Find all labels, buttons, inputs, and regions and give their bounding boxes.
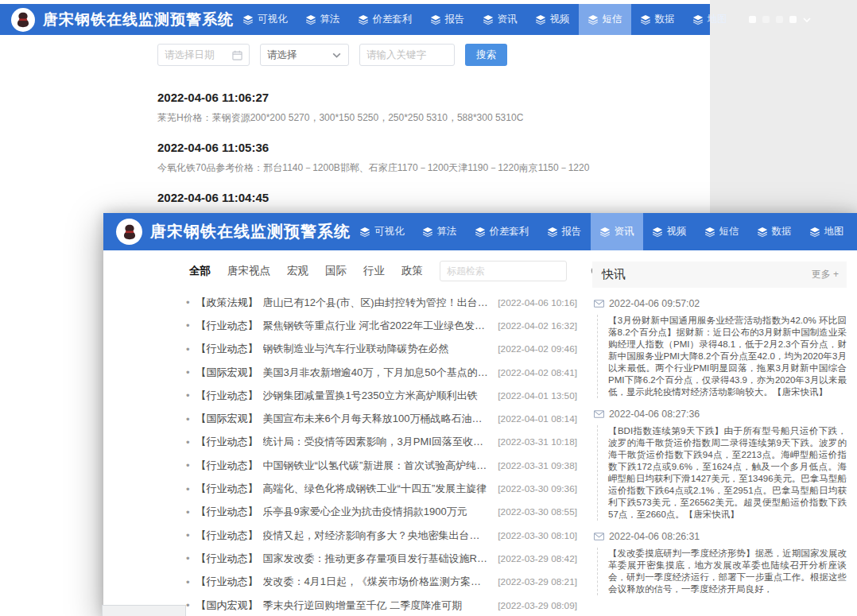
layers-icon (422, 227, 433, 238)
search-button[interactable]: 搜索 (465, 44, 507, 66)
news-list: • 【政策法规】 唐山已有12个县(市、区)由封控转为管控！出台18条支持… [… (186, 291, 577, 616)
nav-item[interactable]: 可视化 (234, 4, 297, 35)
nav-item[interactable]: 地图 (684, 4, 736, 35)
nav-item-label: 短信 (719, 225, 739, 238)
nav-item[interactable]: 短信 (579, 4, 631, 35)
news-date: [2022-04-06 10:16] (490, 297, 577, 308)
layers-icon (757, 227, 768, 238)
layers-icon (358, 14, 369, 25)
flash-item[interactable]: 2022-04-06 09:57:02 【3月份财新中国通用服务业经营活动指数为… (592, 298, 847, 398)
nav-item[interactable]: 短信 (696, 213, 748, 250)
badge-icon (762, 16, 770, 23)
title-search-input[interactable] (440, 261, 567, 281)
sms-text: 莱芜H价格：莱钢资源200*200 5270，300*150 5250，250*… (157, 111, 682, 125)
date-picker[interactable]: 请选择日期 (157, 44, 250, 66)
layers-icon (242, 14, 254, 25)
message-widget-icon[interactable] (776, 16, 783, 23)
news-row[interactable]: • 【行业动态】 乐亭县9家爱心企业为抗击疫情捐款1900万元 [2022-03… (186, 501, 577, 524)
flash-item[interactable]: 2022-04-06 08:26:31 【发改委摸底研判一季度经济形势】据悉，近… (592, 531, 847, 595)
brand-link[interactable]: 唐宋钢铁在线监测预警系统 (116, 213, 351, 250)
flash-time-row: 2022-04-06 08:26:31 (592, 531, 847, 542)
news-date: [2022-03-30 08:10] (490, 530, 577, 541)
news-row[interactable]: • 【行业动态】 疫情又起，对经济影响有多大？央地密集出台纾困措施 [2022-… (186, 524, 577, 547)
sms-message-list: 2022-04-06 11:06:27 莱芜H价格：莱钢资源200*200 52… (157, 91, 682, 225)
news-row[interactable]: • 【行业动态】 聚焦钢铁等重点行业 河北省2022年工业绿色发展工作要点 [2… (186, 314, 577, 337)
link-preview-bar (102, 605, 186, 616)
news-date: [2022-04-01 08:14] (490, 413, 577, 424)
news-category: 【国内宏观】 (196, 599, 258, 613)
flash-content: 【BDI指数连续第9天下跌】由于所有型号船只运价下跌，波罗的海干散货运价指数周二… (597, 425, 847, 521)
nav-item[interactable]: 地图 (801, 213, 853, 250)
news-row[interactable]: • 【行业动态】 国家发改委：推动更多存量项目发行基础设施REITs [2022… (186, 547, 577, 570)
news-category: 【国际宏观】 (196, 366, 258, 380)
bullet-icon: • (186, 576, 190, 588)
tab[interactable]: 国际 (325, 264, 347, 278)
news-title: 美国3月非农新增逾40万，下月加息50个基点的几率大增 (263, 366, 491, 380)
news-row[interactable]: • 【政策法规】 唐山已有12个县(市、区)由封控转为管控！出台18条支持… [… (186, 291, 577, 314)
news-title: 疫情又起，对经济影响有多大？央地密集出台纾困措施 (263, 529, 491, 543)
nav-item-label: 短信 (603, 13, 622, 26)
flash-panel: 快讯 更多 + 2022-04-06 09:57:02 (592, 262, 847, 595)
nav-item[interactable]: 算法 (297, 4, 349, 35)
news-row[interactable]: • 【行业动态】 发改委：4月1日起，《煤炭市场价格监测方案》《煤炭生… [20… (186, 571, 577, 594)
app-title: 唐宋钢铁在线监测预警系统 (150, 221, 351, 242)
tab[interactable]: 全部 (189, 264, 211, 278)
brand-link[interactable]: 唐宋钢铁在线监测预警系统 (11, 4, 234, 35)
news-row[interactable]: • 【行业动态】 钢铁制造业与汽车行业联动降碳势在必然 [2022-04-02 … (186, 338, 577, 361)
news-date: [2022-04-02 16:32] (490, 320, 577, 331)
news-title: 高端化、绿色化将成钢铁工业“十四五”发展主旋律 (263, 482, 487, 496)
nav-item-label: 价差套利 (490, 225, 529, 238)
tab[interactable]: 政策 (401, 264, 423, 278)
category-select[interactable]: 请选择 (260, 44, 349, 66)
keyword-input[interactable] (359, 44, 455, 66)
news-date: [2022-03-29 08:09] (490, 600, 577, 611)
news-category: 【行业动态】 (196, 575, 258, 589)
tab[interactable]: 行业 (363, 264, 385, 278)
desktop: 唐宋钢铁在线监测预警系统 可视化 算法 (0, 0, 857, 616)
nav-item[interactable]: 数据 (631, 4, 684, 35)
news-body: 全部 唐宋视点 宏观 国际 行业 政策 (103, 250, 857, 616)
nav-item[interactable]: 价差套利 (466, 213, 538, 250)
chevron-down-icon[interactable] (803, 16, 811, 24)
sms-content: 请选择日期 请选择 搜索 2022-04-0 (157, 44, 682, 241)
bullet-icon: • (186, 599, 190, 611)
news-row[interactable]: • 【国际宏观】 美国宣布未来6个月每天释放100万桶战略石油储备 [2022-… (186, 407, 577, 430)
news-row[interactable]: • 【行业动态】 沙钢集团减量置换1号2350立方米高炉顺利出铁 [2022-0… (186, 384, 577, 407)
nav-item-label: 可视化 (374, 225, 405, 238)
news-row[interactable]: • 【行业动态】 统计局：受疫情等因素影响，3月PMI回落至收缩区间 [2022… (186, 431, 577, 454)
user-widget-icon[interactable] (749, 16, 756, 23)
nav-item-label: 数据 (772, 225, 792, 238)
bullet-icon: • (186, 320, 190, 331)
chevron-down-icon (332, 50, 342, 60)
flash-timestamp: 2022-04-06 08:27:36 (609, 409, 700, 420)
flash-time-row: 2022-04-06 09:57:02 (592, 298, 847, 309)
nav-item[interactable]: 报告 (421, 4, 474, 35)
nav-item[interactable]: 算法 (413, 213, 466, 250)
nav-item[interactable]: 价差套利 (349, 4, 421, 35)
avatar[interactable] (789, 16, 797, 23)
sms-message: 2022-04-06 11:05:36 今氧化铁70品参考价格：邢台1140－1… (157, 141, 682, 175)
nav-item[interactable]: 可视化 (351, 213, 413, 250)
nav-item[interactable]: 数据 (748, 213, 801, 250)
news-row[interactable]: • 【行业动态】 高端化、绿色化将成钢铁工业“十四五”发展主旋律 [2022-0… (186, 477, 577, 500)
mail-icon (594, 533, 604, 540)
nav-item[interactable]: 视频 (526, 4, 579, 35)
nav-item[interactable]: 报告 (538, 213, 591, 250)
tab[interactable]: 唐宋视点 (227, 264, 270, 278)
tab[interactable]: 宏观 (287, 264, 308, 278)
nav-item-label: 算法 (320, 13, 340, 26)
sms-timestamp: 2022-04-06 11:05:36 (157, 141, 682, 154)
bullet-icon: • (186, 483, 190, 495)
news-row[interactable]: • 【国内宏观】 季末央行逆回购增量至千亿 二季度降准可期 [2022-03-2… (186, 594, 577, 616)
news-row[interactable]: • 【行业动态】 中国钢铁业“以氢代碳”新进展：首次试验高炉纯氢冶炼… [202… (186, 454, 577, 477)
nav-item[interactable]: 视频 (643, 213, 696, 250)
flash-more-link[interactable]: 更多 + (812, 268, 839, 281)
nav-item[interactable]: 资讯 (591, 213, 643, 250)
news-row[interactable]: • 【国际宏观】 美国3月非农新增逾40万，下月加息50个基点的几率大增 [20… (186, 361, 577, 384)
news-date: [2022-03-30 08:55] (490, 506, 577, 517)
news-date: [2022-03-30 09:36] (490, 483, 577, 494)
flash-item[interactable]: 2022-04-06 08:27:36 【BDI指数连续第9天下跌】由于所有型号… (592, 409, 847, 521)
layers-icon (704, 227, 715, 238)
nav-item[interactable]: 资讯 (474, 4, 526, 35)
news-category: 【行业动态】 (196, 319, 258, 333)
